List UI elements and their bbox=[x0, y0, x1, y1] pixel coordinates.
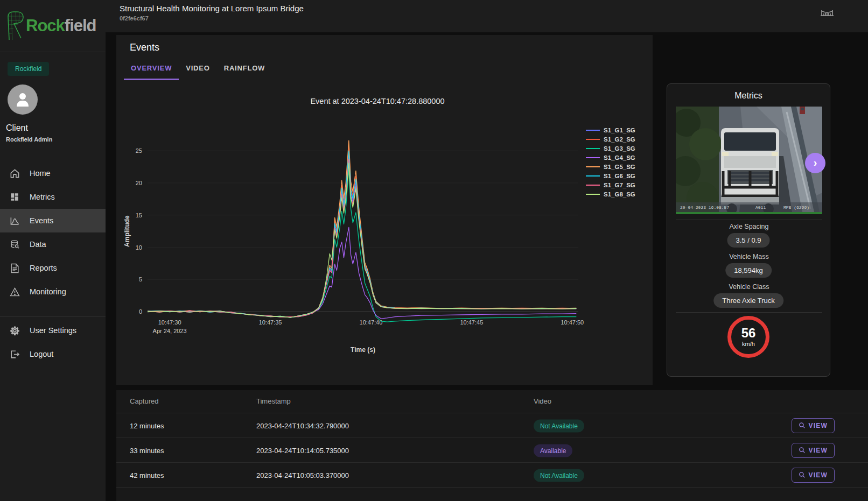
svg-text:10:47:30: 10:47:30 bbox=[158, 319, 181, 326]
alert-triangle-icon bbox=[9, 286, 20, 297]
column-header-video: Video bbox=[534, 397, 551, 405]
legend-item[interactable]: S1_G6_SG bbox=[586, 171, 635, 180]
user-name: Client bbox=[6, 123, 106, 133]
legend-swatch bbox=[586, 130, 600, 131]
timestamp-cell: 2023-04-24T10:05:03.370000 bbox=[256, 471, 349, 479]
event-chart-icon bbox=[9, 215, 20, 226]
svg-text:Time (s): Time (s) bbox=[351, 346, 375, 354]
events-table: Captured Timestamp Video 12 minutes 2023… bbox=[116, 390, 868, 501]
metrics-divider bbox=[676, 312, 822, 313]
sidebar-divider bbox=[0, 316, 106, 317]
axle-spacing-label: Axle Spacing bbox=[667, 223, 831, 230]
timestamp-cell: 2023-04-24T10:14:05.735000 bbox=[256, 446, 349, 454]
sidebar-item-home[interactable]: Home bbox=[0, 161, 106, 185]
legend-swatch bbox=[586, 166, 600, 167]
rockfield-logo-icon bbox=[4, 10, 26, 41]
table-header-row: Captured Timestamp Video bbox=[116, 390, 868, 413]
app-window: Rockfield Rockfield Client Rockfield Adm… bbox=[0, 0, 868, 501]
legend-swatch bbox=[586, 175, 600, 177]
events-panel: Events OVERVIEW VIDEO RAINFLOW 051015202… bbox=[116, 35, 653, 385]
chart-series-lines bbox=[148, 140, 576, 322]
legend-swatch bbox=[586, 139, 600, 140]
legend-label: S1_G7_SG bbox=[604, 182, 635, 188]
sidebar-item-label: Data bbox=[30, 240, 46, 249]
sidebar-item-label: User Settings bbox=[30, 326, 76, 335]
sidebar-item-events[interactable]: Events bbox=[0, 209, 106, 232]
legend-label: S1_G3_SG bbox=[604, 145, 635, 152]
bridge-icon[interactable] bbox=[820, 6, 835, 20]
next-photo-button[interactable]: › bbox=[805, 153, 825, 173]
legend-item[interactable]: S1_G2_SG bbox=[586, 135, 635, 144]
camera-frame-image: 20-04-2023 16:08:57 A011 MPB (6299) bbox=[676, 107, 822, 214]
svg-text:Amplitude: Amplitude bbox=[123, 215, 131, 247]
sidebar-item-user-settings[interactable]: User Settings bbox=[0, 319, 106, 342]
org-badge[interactable]: Rockfield bbox=[8, 62, 49, 76]
sidebar-item-data[interactable]: Data bbox=[0, 232, 106, 256]
sidebar-item-metrics[interactable]: Metrics bbox=[0, 185, 106, 209]
view-button[interactable]: VIEW bbox=[792, 468, 835, 483]
magnifier-icon bbox=[799, 471, 806, 478]
svg-text:10: 10 bbox=[136, 244, 142, 251]
tab-video[interactable]: VIDEO bbox=[179, 59, 216, 80]
sidebar-item-reports[interactable]: Reports bbox=[0, 256, 106, 280]
camera-datetime: 20-04-2023 16:08:57 bbox=[680, 205, 729, 210]
events-heading: Events bbox=[130, 42, 159, 53]
main-content: Events OVERVIEW VIDEO RAINFLOW 051015202… bbox=[106, 32, 868, 501]
sidebar-nav: Home Metrics Events Data bbox=[0, 161, 106, 304]
axle-spacing-value: 3.5 / 0.9 bbox=[727, 233, 770, 248]
legend-item[interactable]: S1_G4_SG bbox=[586, 153, 635, 162]
legend-item[interactable]: S1_G3_SG bbox=[586, 144, 635, 153]
document-icon bbox=[9, 263, 20, 273]
legend-swatch bbox=[586, 194, 600, 195]
gear-icon bbox=[9, 325, 20, 336]
camera-ref: MPB (6299) bbox=[783, 205, 809, 210]
table-row: 33 minutes 2023-04-24T10:14:05.735000 Av… bbox=[116, 438, 868, 463]
page-subtitle: 0f2fe6cf67 bbox=[120, 15, 149, 22]
svg-text:Event at 2023-04-24T10:47:28.8: Event at 2023-04-24T10:47:28.880000 bbox=[310, 97, 444, 105]
chart-canvas[interactable]: 051015202510:47:30Apr 24, 202310:47:3510… bbox=[116, 82, 653, 384]
speed-gauge: 56 km/h bbox=[727, 316, 769, 358]
legend-label: S1_G4_SG bbox=[604, 154, 635, 161]
sidebar-item-label: Reports bbox=[30, 264, 57, 272]
sidebar-item-logout[interactable]: Logout bbox=[0, 342, 106, 366]
speed-unit: km/h bbox=[742, 341, 755, 347]
topbar: Structural Health Monitoring at Lorem Ip… bbox=[106, 0, 868, 32]
legend-label: S1_G6_SG bbox=[604, 173, 635, 179]
metrics-divider bbox=[676, 220, 822, 220]
view-button[interactable]: VIEW bbox=[792, 418, 835, 433]
table-row: 42 minutes 2023-04-24T10:05:03.370000 No… bbox=[116, 463, 868, 488]
legend-label: S1_G8_SG bbox=[604, 191, 635, 197]
svg-text:15: 15 bbox=[136, 212, 142, 218]
view-button[interactable]: VIEW bbox=[792, 443, 835, 458]
sidebar: Rockfield Rockfield Client Rockfield Adm… bbox=[0, 0, 106, 501]
tab-overview[interactable]: OVERVIEW bbox=[124, 59, 179, 80]
metrics-title: Metrics bbox=[667, 91, 830, 101]
vehicle-mass-label: Vehicle Mass bbox=[667, 253, 831, 260]
svg-text:5: 5 bbox=[139, 276, 142, 283]
view-button-label: VIEW bbox=[809, 447, 828, 454]
view-button-label: VIEW bbox=[809, 422, 828, 429]
legend-item[interactable]: S1_G5_SG bbox=[586, 162, 635, 171]
legend-swatch bbox=[586, 157, 600, 158]
view-button-label: VIEW bbox=[809, 471, 828, 479]
avatar[interactable] bbox=[8, 84, 38, 115]
vehicle-class-value: Three Axle Truck bbox=[713, 293, 783, 308]
chevron-right-icon: › bbox=[814, 157, 817, 169]
captured-cell: 12 minutes bbox=[130, 421, 164, 429]
sidebar-item-label: Events bbox=[30, 216, 53, 225]
magnifier-icon bbox=[799, 447, 806, 454]
tab-rainflow[interactable]: RAINFLOW bbox=[217, 59, 272, 80]
sidebar-item-monitoring[interactable]: Monitoring bbox=[0, 280, 106, 304]
logo[interactable]: Rockfield bbox=[0, 0, 106, 52]
logout-icon bbox=[9, 349, 20, 359]
legend-item[interactable]: S1_G8_SG bbox=[586, 189, 635, 199]
home-icon bbox=[9, 168, 20, 179]
legend-item[interactable]: S1_G1_SG bbox=[586, 125, 635, 135]
timestamp-cell: 2023-04-24T10:34:32.790000 bbox=[256, 421, 349, 429]
legend-swatch bbox=[586, 148, 600, 149]
video-status-badge: Not Available bbox=[534, 469, 584, 482]
legend-item[interactable]: S1_G7_SG bbox=[586, 180, 635, 189]
legend-label: S1_G2_SG bbox=[604, 136, 635, 143]
event-chart: 051015202510:47:30Apr 24, 202310:47:3510… bbox=[116, 82, 653, 384]
user-role: Rockfield Admin bbox=[6, 136, 106, 143]
